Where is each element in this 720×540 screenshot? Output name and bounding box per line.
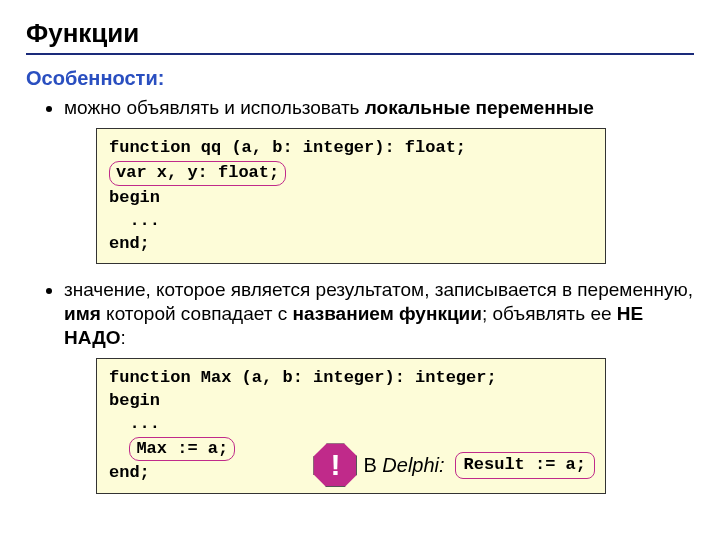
code-block-1: function qq (a, b: integer): float; var … bbox=[96, 128, 606, 265]
warning-icon: ! bbox=[313, 443, 357, 487]
code1-line3: begin bbox=[109, 187, 593, 210]
code1-highlight-var: var x, y: float; bbox=[109, 161, 286, 186]
bullet-list-2: значение, которое является результатом, … bbox=[26, 278, 694, 349]
b2-mid2: ; объявлять ее bbox=[482, 303, 617, 324]
result-highlight: Result := a; bbox=[455, 452, 595, 479]
code2-line2: begin bbox=[109, 390, 593, 413]
code1-line4: ... bbox=[109, 210, 593, 233]
bullet-1: можно объявлять и использовать локальные… bbox=[64, 96, 694, 120]
warn-prefix: В bbox=[363, 454, 382, 476]
code2-highlight-max: Max := a; bbox=[129, 437, 235, 462]
code1-line5: end; bbox=[109, 233, 593, 256]
b2-end: : bbox=[120, 327, 125, 348]
warn-text: В Delphi: bbox=[363, 452, 444, 479]
bullet-1-text: можно объявлять и использовать bbox=[64, 97, 365, 118]
title-rule bbox=[26, 53, 694, 55]
bullet-1-bold: локальные переменные bbox=[365, 97, 594, 118]
bullet-2: значение, которое является результатом, … bbox=[64, 278, 694, 349]
delphi-callout: ! В Delphi: Result := a; bbox=[313, 443, 595, 487]
code2-line3: ... bbox=[109, 413, 593, 436]
code1-line1: function qq (a, b: integer): float; bbox=[109, 137, 593, 160]
code2-line1: function Max (a, b: integer): integer; bbox=[109, 367, 593, 390]
b2-bold2: названием функции bbox=[292, 303, 482, 324]
subtitle: Особенности: bbox=[26, 67, 694, 90]
warn-delphi: Delphi: bbox=[382, 454, 444, 476]
page-title: Функции bbox=[26, 18, 694, 49]
b2-pre: значение, которое является результатом, … bbox=[64, 279, 693, 300]
code-block-2: function Max (a, b: integer): integer; b… bbox=[96, 358, 606, 495]
b2-mid1: которой совпадает с bbox=[101, 303, 293, 324]
b2-bold1: имя bbox=[64, 303, 101, 324]
bullet-list: можно объявлять и использовать локальные… bbox=[26, 96, 694, 120]
